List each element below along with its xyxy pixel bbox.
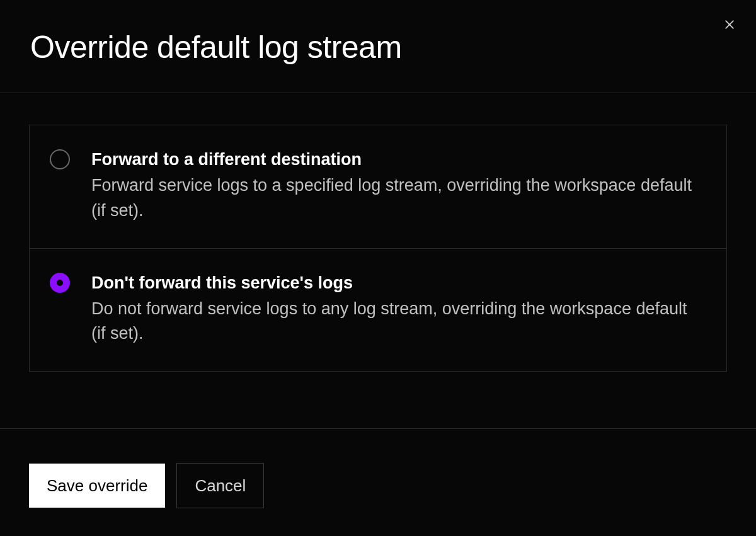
modal-header: Override default log stream — [0, 0, 756, 93]
modal-title: Override default log stream — [30, 30, 726, 65]
close-icon — [723, 18, 736, 33]
override-log-stream-modal: Override default log stream Forward to a… — [0, 0, 756, 536]
option-description: Forward service logs to a specified log … — [91, 173, 702, 222]
radio-selected-dot-icon — [57, 280, 63, 286]
option-title: Don't forward this service's logs — [91, 271, 702, 294]
radio-unselected-icon — [50, 149, 70, 169]
option-content: Forward to a different destination Forwa… — [91, 148, 702, 223]
option-forward-different-destination[interactable]: Forward to a different destination Forwa… — [30, 125, 726, 249]
option-description: Do not forward service logs to any log s… — [91, 297, 702, 346]
radio-selected-icon — [50, 273, 70, 293]
modal-footer: Save override Cancel — [0, 428, 756, 536]
modal-body: Forward to a different destination Forwa… — [0, 93, 756, 428]
option-group: Forward to a different destination Forwa… — [29, 125, 727, 372]
option-content: Don't forward this service's logs Do not… — [91, 271, 702, 346]
close-button[interactable] — [721, 16, 738, 34]
save-override-button[interactable]: Save override — [29, 464, 165, 508]
option-dont-forward-logs[interactable]: Don't forward this service's logs Do not… — [30, 249, 726, 372]
cancel-button[interactable]: Cancel — [176, 463, 264, 508]
option-title: Forward to a different destination — [91, 148, 702, 171]
